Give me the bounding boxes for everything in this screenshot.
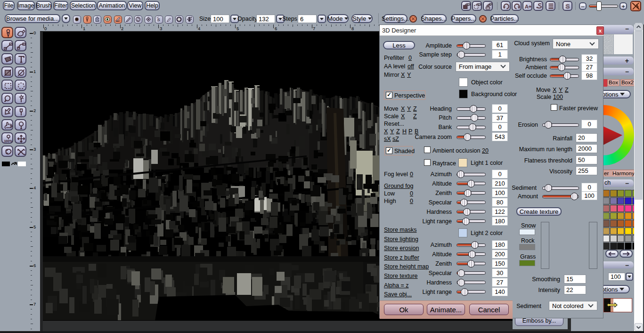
svg-text:S: S [566, 3, 570, 10]
svg-text:100%: 100% [4, 139, 13, 143]
svg-text:A: A [525, 3, 529, 9]
